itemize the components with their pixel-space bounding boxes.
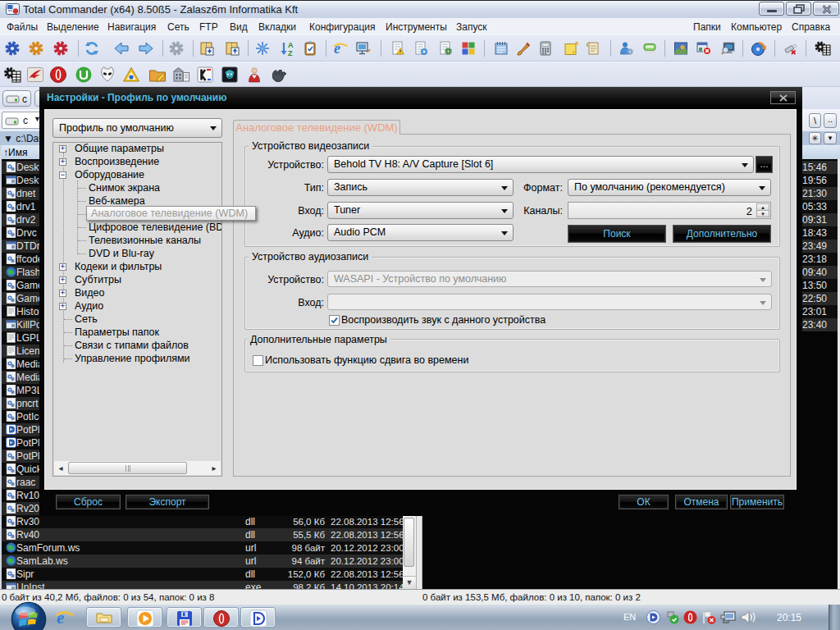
svg-text:e: e [57, 609, 64, 627]
svg-text:Z: Z [288, 49, 293, 57]
svg-text:A: A [288, 41, 294, 49]
svg-text:e: e [334, 40, 340, 57]
